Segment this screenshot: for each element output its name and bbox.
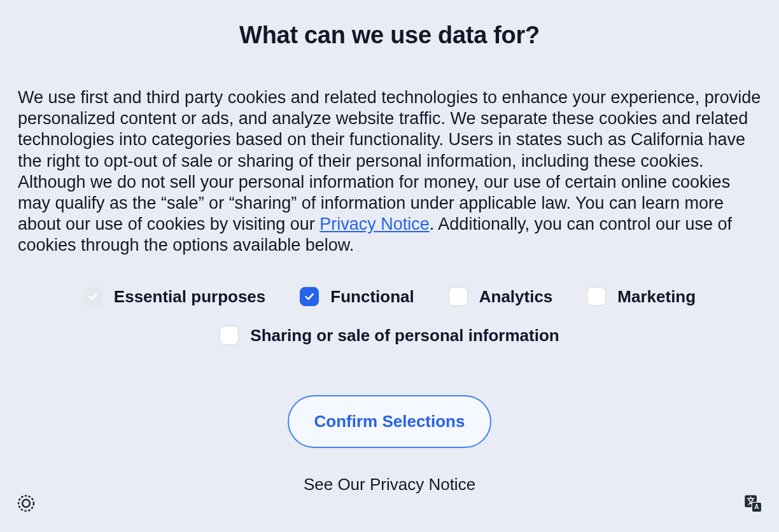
option-essential: Essential purposes <box>83 287 265 307</box>
checkbox-analytics[interactable] <box>449 287 468 306</box>
cookie-options: Essential purposes Functional Analytics … <box>18 287 761 346</box>
confirm-button[interactable]: Confirm Selections <box>288 395 492 448</box>
privacy-settings-icon[interactable] <box>15 493 37 514</box>
privacy-notice-link[interactable]: See Our Privacy Notice <box>304 475 475 494</box>
checkbox-sharing[interactable] <box>220 326 239 345</box>
check-icon <box>87 291 99 302</box>
checkbox-marketing[interactable] <box>587 287 606 306</box>
check-icon <box>304 291 315 302</box>
option-functional-label: Functional <box>330 287 414 307</box>
option-analytics[interactable]: Analytics <box>449 287 553 307</box>
option-marketing-label: Marketing <box>617 287 696 307</box>
language-translate-icon[interactable]: A <box>742 493 764 514</box>
svg-point-0 <box>18 496 34 511</box>
svg-text:A: A <box>754 503 759 510</box>
option-analytics-label: Analytics <box>479 287 553 307</box>
option-essential-label: Essential purposes <box>114 287 265 307</box>
dialog-description: We use first and third party cookies and… <box>18 87 761 256</box>
option-functional[interactable]: Functional <box>300 287 414 307</box>
option-sharing[interactable]: Sharing or sale of personal information <box>220 326 559 346</box>
privacy-notice-inline-link[interactable]: Privacy Notice <box>319 214 430 234</box>
checkbox-essential <box>83 287 102 306</box>
svg-point-1 <box>22 500 30 507</box>
option-marketing[interactable]: Marketing <box>587 287 696 307</box>
description-text-1: We use first and third party cookies and… <box>18 88 761 234</box>
option-sharing-label: Sharing or sale of personal information <box>250 326 559 346</box>
checkbox-functional[interactable] <box>300 287 319 306</box>
dialog-title: What can we use data for? <box>18 0 761 87</box>
